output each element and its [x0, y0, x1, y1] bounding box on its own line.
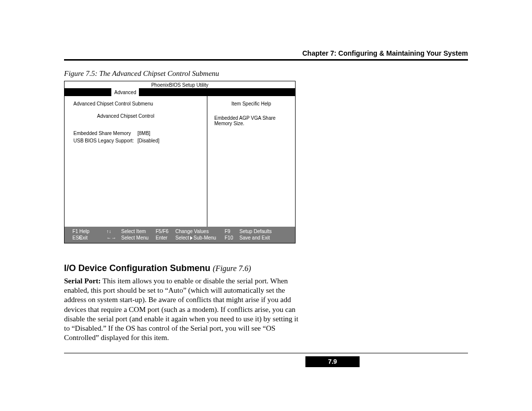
bios-label-setup-defaults: Setup Defaults — [239, 229, 281, 234]
bios-label-save-exit: Save and Exit — [239, 235, 281, 240]
bios-label-help: Help — [79, 229, 106, 234]
bios-key-leftright: ←→ — [106, 235, 121, 240]
bios-setting-value: [8MB] — [137, 131, 150, 136]
bios-help-title: Item Specific Help — [214, 101, 288, 106]
section-body-text: This item allows you to enable or disabl… — [64, 277, 299, 342]
bios-label-select-menu: Select Menu — [121, 235, 156, 240]
bios-key-updown: ↑↓ — [106, 229, 121, 234]
bios-key-f9: F9 — [225, 229, 239, 234]
section-body: Serial Port: This item allows you to ena… — [64, 276, 300, 342]
footer-rule — [64, 353, 468, 353]
bios-tab-row: Advanced — [65, 88, 295, 96]
bios-screenshot: PhoenixBIOS Setup Utility Advanced Advan… — [64, 81, 296, 243]
section-lead: Serial Port: — [64, 277, 101, 285]
bios-key-f10: F10 — [225, 235, 239, 240]
bios-help-text: Embedded AGP VGA Share Memory Size. — [214, 115, 288, 126]
chapter-header: Chapter 7: Configuring & Maintaining You… — [64, 49, 468, 61]
page-number: 7.9 — [305, 356, 360, 367]
bios-setting-row: USB BIOS Legacy Support: [Disabled] — [73, 138, 200, 143]
bios-label-change-values: Change Values — [175, 229, 225, 234]
bios-label-select-submenu: SelectSub-Menu — [175, 235, 225, 240]
bios-key-esc: ESC — [65, 235, 79, 240]
triangle-right-icon — [190, 236, 193, 240]
bios-setting-label: USB BIOS Legacy Support: — [73, 138, 137, 143]
figure-caption: Figure 7.5: The Advanced Chipset Control… — [64, 69, 468, 78]
section-heading: I/O Device Configuration Submenu (Figure… — [64, 263, 300, 274]
bios-setting-label: Embedded Share Memory — [73, 131, 137, 136]
bios-submenu-title: Advanced Chipset Control Submenu — [73, 101, 200, 106]
bios-key-enter: Enter — [156, 235, 175, 240]
bios-title: PhoenixBIOS Setup Utility — [65, 81, 295, 88]
bios-footer: F1 Help ↑↓ Select Item F5/F6 Change Valu… — [65, 227, 295, 243]
bios-key-f1: F1 — [65, 229, 79, 234]
bios-submenu-subtitle: Advanced Chipset Control — [97, 113, 200, 119]
bios-setting-row: Embedded Share Memory [8MB] — [73, 131, 200, 136]
bios-setting-value: [Disabled] — [137, 138, 159, 143]
section-io-device: I/O Device Configuration Submenu (Figure… — [64, 263, 300, 342]
bios-key-f5f6: F5/F6 — [156, 229, 175, 234]
section-heading-text: I/O Device Configuration Submenu — [64, 263, 210, 273]
bios-left-panel: Advanced Chipset Control Submenu Advance… — [65, 96, 207, 227]
bios-tab-advanced: Advanced — [111, 88, 139, 96]
section-figure-ref: (Figure 7.6) — [213, 264, 251, 273]
bios-right-panel: Item Specific Help Embedded AGP VGA Shar… — [207, 96, 295, 227]
bios-label-select-item: Select Item — [121, 229, 156, 234]
bios-label-exit: Exit — [79, 235, 106, 240]
